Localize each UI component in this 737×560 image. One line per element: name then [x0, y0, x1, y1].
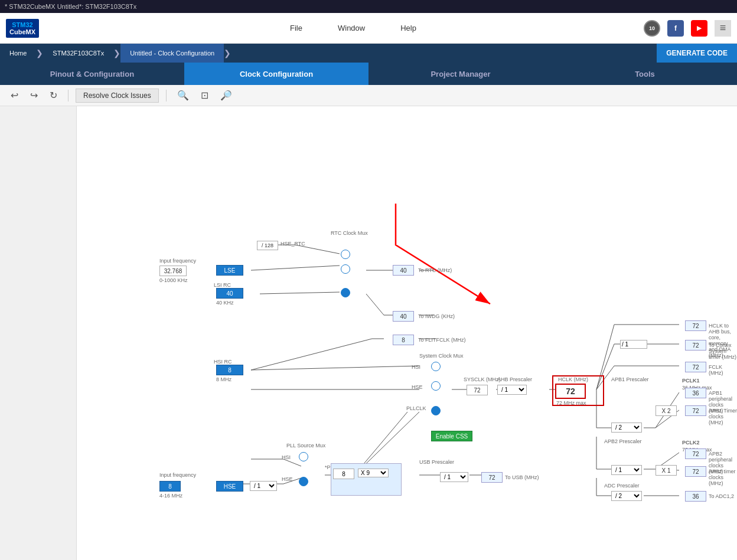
fclk-label: FCLK (MHz): [709, 364, 737, 376]
sys-mux-hse[interactable]: [431, 381, 441, 391]
pclk1-label: PCLK1: [682, 378, 700, 384]
iwdg-label: To IWDG (KHz): [418, 313, 455, 319]
lse-range-label: 0-1000 KHz: [159, 277, 188, 283]
flit-label: To FLITFCLK (MHz): [418, 337, 466, 343]
hsi-mhz-label: 8 MHz: [216, 376, 231, 382]
hclk-max-label: 72 MHz max: [556, 400, 586, 406]
clock-diagram: RTC Clock Mux LSI RC HSI RC PLL Source M…: [77, 106, 737, 560]
adc-label: To ADC1,2: [709, 493, 734, 499]
bread-device[interactable]: STM32F103C8Tx: [43, 44, 113, 63]
enable-css-button[interactable]: Enable CSS: [431, 431, 472, 441]
toolbar: ↩ ↪ ↻ Resolve Clock Issues 🔍 ⊡ 🔎: [0, 85, 737, 106]
hse-rtc-label: HSE_RTC: [281, 241, 305, 247]
sysclk-value[interactable]: 72: [467, 385, 488, 395]
logo-cubemx: CubeMX: [9, 28, 35, 35]
pll-mul-select[interactable]: X 9: [358, 469, 389, 477]
hse-input-value[interactable]: 8: [159, 481, 181, 492]
hse-box[interactable]: HSE: [216, 481, 243, 492]
zoom-out-button[interactable]: 🔎: [217, 87, 236, 103]
sidebar: [0, 106, 77, 560]
apb1-periph-value: 36: [685, 388, 706, 398]
menu-items: File Window Help: [63, 24, 644, 32]
pll-source-label: PLL Source Mux: [286, 443, 325, 448]
svg-line-14: [251, 366, 419, 370]
menu-help[interactable]: Help: [400, 24, 416, 32]
cortex-div-select[interactable]: / 1: [620, 340, 647, 349]
sys-mux-pll[interactable]: [431, 406, 441, 415]
hclk-label-text: HCLK (MHz): [558, 376, 588, 382]
tab-clock[interactable]: Clock Configuration: [184, 63, 368, 85]
red-arrow-svg: [372, 198, 520, 328]
pclk2-label: PCLK2: [682, 440, 700, 446]
apb2-periph-value: 72: [685, 448, 706, 459]
cortex-value: 72: [685, 340, 706, 351]
adc-prescaler-label: ADC Prescaler: [604, 483, 640, 489]
bread-current[interactable]: Untitled - Clock Configuration: [120, 44, 224, 63]
apb2-prescaler-label: APB2 Prescaler: [604, 438, 642, 444]
facebook-icon[interactable]: f: [667, 20, 684, 37]
tab-pinout[interactable]: Pinout & Configuration: [0, 63, 184, 85]
usb-prescaler-label: USB Prescaler: [419, 459, 454, 465]
sysclk-label-text: SYSCLK (MHz): [464, 376, 501, 382]
youtube-icon[interactable]: ▶: [691, 20, 707, 37]
tab-project[interactable]: Project Manager: [368, 63, 553, 85]
iwdg-out-value: 40: [393, 311, 414, 322]
apb2-timer-value: 72: [685, 466, 706, 477]
hse-prescaler-select[interactable]: / 1: [250, 481, 277, 491]
lse-box[interactable]: LSE: [216, 265, 243, 276]
hse-range-label: 4-16 MHz: [159, 493, 182, 499]
redo-button[interactable]: ↪: [27, 87, 41, 103]
logo-stm32: STM32: [12, 21, 32, 28]
menubar: STM32 CubeMX File Window Help 10 f ▶ ≡: [0, 13, 737, 44]
pll-box: 8 X 9: [331, 463, 402, 496]
generate-code-button[interactable]: GENERATE CODE: [657, 44, 737, 63]
apb1-timer-label: APB1 Timer clocks (MHz): [709, 408, 737, 425]
usb-out-value: 72: [481, 472, 503, 483]
extra-icon: ≡: [715, 20, 731, 37]
apb2-prescaler-select[interactable]: / 1: [611, 465, 642, 475]
bread-home[interactable]: Home: [0, 44, 36, 63]
menu-window[interactable]: Window: [338, 24, 365, 32]
rtc-mux-circle-lsi[interactable]: [341, 288, 350, 297]
apb1-timer-value: 72: [685, 405, 706, 416]
titlebar: * STM32CubeMX Untitled*: STM32F103C8Tx: [0, 0, 737, 13]
ahb-prescaler-select[interactable]: / 1: [497, 385, 527, 395]
timer-icon: 10: [644, 20, 660, 37]
menu-icons: 10 f ▶ ≡: [644, 20, 731, 37]
rtc-mux-circle-hse[interactable]: [341, 250, 350, 259]
apb1-prescaler-select[interactable]: / 2: [611, 423, 642, 433]
cortex-label: To Cortex System timer (MHz): [709, 342, 737, 360]
hsi-box[interactable]: 8: [216, 365, 243, 375]
hclk-ahb-value: 72: [685, 320, 706, 331]
lsi-box[interactable]: 40: [216, 288, 243, 299]
svg-line-10: [251, 339, 372, 370]
pll-src-hsi-circle[interactable]: [299, 452, 308, 461]
logo: STM32 CubeMX: [6, 19, 39, 38]
svg-line-3: [260, 292, 340, 294]
svg-line-22: [596, 344, 614, 389]
resolve-clock-button[interactable]: Resolve Clock Issues: [76, 89, 159, 103]
svg-line-7: [366, 294, 384, 315]
toolbar-separator-2: [166, 90, 167, 101]
usb-prescaler-select[interactable]: / 1: [440, 472, 468, 482]
lsi-khz-label: 40 KHz: [216, 300, 234, 306]
fit-button[interactable]: ⊡: [197, 87, 212, 103]
menu-file[interactable]: File: [290, 24, 302, 32]
adc-out-value: 36: [685, 491, 706, 502]
rtc-mux-circle-lse[interactable]: [341, 264, 350, 274]
hclk-value[interactable]: 72: [555, 384, 586, 399]
input-freq-label-lse: Input frequency: [159, 258, 196, 264]
zoom-in-button[interactable]: 🔍: [174, 87, 193, 103]
refresh-button[interactable]: ↻: [46, 87, 61, 103]
title-text: * STM32CubeMX Untitled*: STM32F103C8Tx: [5, 3, 136, 10]
adc-prescaler-select[interactable]: / 2: [611, 491, 642, 501]
tab-tools[interactable]: Tools: [553, 63, 737, 85]
pll-val-display: 8: [333, 469, 354, 479]
hse-rtc-div: / 128: [257, 241, 278, 250]
lse-freq-value[interactable]: 32.768: [159, 266, 187, 276]
pll-src-hse-circle[interactable]: [299, 477, 308, 486]
clock-canvas[interactable]: RTC Clock Mux LSI RC HSI RC PLL Source M…: [77, 106, 737, 560]
sys-mux-hsi[interactable]: [431, 362, 441, 371]
flit-out-value: 8: [393, 335, 414, 345]
undo-button[interactable]: ↩: [7, 87, 22, 103]
